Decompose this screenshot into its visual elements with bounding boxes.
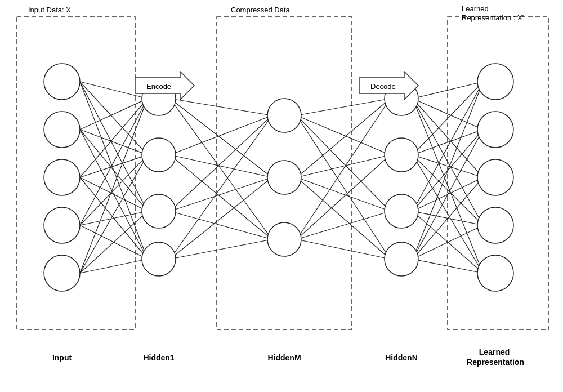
svg-point-83 xyxy=(477,207,513,243)
svg-line-19 xyxy=(80,259,148,273)
svg-point-73 xyxy=(267,99,301,132)
svg-line-35 xyxy=(297,115,390,259)
output-section-label: Learned Representation : X' xyxy=(462,5,524,22)
svg-line-21 xyxy=(170,99,272,177)
svg-point-71 xyxy=(142,194,176,228)
output-bottom-label: Learned Representation xyxy=(467,348,524,367)
output-layer-nodes xyxy=(477,64,513,291)
hidden1-to-compressed-connections xyxy=(170,99,272,259)
svg-point-65 xyxy=(44,112,80,148)
svg-point-70 xyxy=(142,138,176,172)
svg-point-66 xyxy=(44,159,80,195)
svg-point-84 xyxy=(477,255,513,291)
svg-line-28 xyxy=(170,211,272,239)
compressed-section-label: Compressed Data xyxy=(231,6,291,14)
neural-network-diagram: Input Data: X Compressed Data Learned Re… xyxy=(0,0,563,392)
svg-point-74 xyxy=(267,161,301,194)
encode-label: Encode xyxy=(146,82,171,91)
svg-point-75 xyxy=(267,222,301,256)
svg-point-77 xyxy=(385,138,418,172)
svg-line-33 xyxy=(297,115,390,155)
svg-point-79 xyxy=(385,242,418,276)
svg-point-68 xyxy=(44,255,80,291)
svg-point-72 xyxy=(142,242,176,276)
input-to-hidden1-connections xyxy=(80,82,148,273)
svg-line-2 xyxy=(80,82,148,211)
input-section-label: Input Data: X xyxy=(28,6,71,14)
svg-line-17 xyxy=(80,155,148,273)
svg-line-42 xyxy=(297,211,390,239)
svg-line-36 xyxy=(297,99,390,177)
hiddenN-layer-nodes xyxy=(385,82,418,276)
svg-line-24 xyxy=(170,155,272,177)
svg-line-62 xyxy=(413,225,483,259)
svg-line-43 xyxy=(297,239,390,259)
input-layer-nodes xyxy=(44,64,80,291)
input-bottom-label: Input xyxy=(52,353,72,362)
svg-line-27 xyxy=(170,177,272,211)
svg-line-18 xyxy=(80,211,148,273)
hiddenM-bottom-label: HiddenM xyxy=(267,353,301,362)
decode-label: Decode xyxy=(370,82,396,91)
svg-line-29 xyxy=(170,115,272,259)
svg-line-38 xyxy=(297,177,390,211)
svg-point-82 xyxy=(477,159,513,195)
hidden1-bottom-label: Hidden1 xyxy=(143,353,174,362)
svg-point-67 xyxy=(44,207,80,243)
svg-point-80 xyxy=(477,64,513,100)
hidden1-layer-nodes xyxy=(142,82,176,276)
svg-line-31 xyxy=(170,239,272,259)
svg-point-81 xyxy=(477,112,513,148)
svg-point-64 xyxy=(44,64,80,100)
svg-line-20 xyxy=(170,99,272,115)
svg-point-78 xyxy=(385,194,418,228)
svg-line-6 xyxy=(80,130,148,211)
svg-line-9 xyxy=(80,155,148,177)
hiddenN-bottom-label: HiddenN xyxy=(385,353,418,362)
svg-line-49 xyxy=(413,82,483,155)
compressed-layer-nodes xyxy=(267,99,301,256)
svg-line-23 xyxy=(170,115,272,155)
compressed-to-hiddenN-connections xyxy=(297,99,390,259)
svg-line-37 xyxy=(297,155,390,177)
svg-line-32 xyxy=(297,99,390,115)
svg-line-14 xyxy=(80,211,148,225)
diagram-container: Input Data: X Compressed Data Learned Re… xyxy=(0,0,563,392)
